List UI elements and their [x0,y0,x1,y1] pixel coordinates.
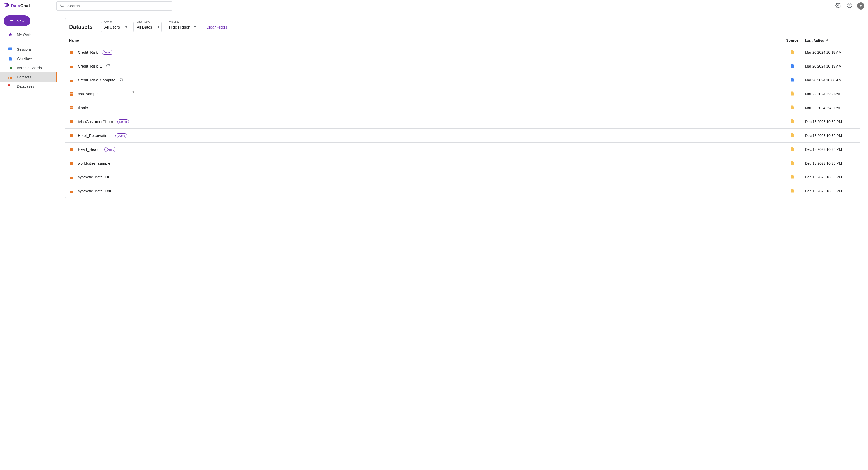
svg-rect-42 [69,134,73,135]
sidebar-item-insights[interactable]: Insights Boards [0,63,57,72]
filter-label: Owner [103,20,114,23]
sidebar-item-label: My Work [17,32,31,36]
card-header: Datasets Owner All Users ▾ Last Active A… [65,22,860,36]
user-avatar[interactable]: M [857,2,864,9]
dataset-icon [69,92,74,96]
cell-last-active: Mar 26 2024 10:13 AM [803,64,857,68]
dataset-icon [69,133,74,138]
file-icon [790,63,795,69]
svg-rect-45 [72,135,73,137]
file-icon [790,77,795,83]
sidebar-item-databases[interactable]: Databases [0,82,57,91]
column-name[interactable]: Name [69,38,782,42]
svg-rect-9 [10,67,11,69]
search-input[interactable] [67,3,169,8]
sidebar-item-datasets[interactable]: Datasets [0,72,57,82]
dataset-name: Hotel_Reservations [78,133,112,138]
table-row[interactable]: worldcities_sampleDec 18 2023 10:30 PM [65,156,860,170]
app-logo[interactable]: DataChat [4,2,57,9]
dataset-name: Credit_Risk_1 [78,64,102,68]
datasets-card: Datasets Owner All Users ▾ Last Active A… [65,18,860,198]
filter-value: All Users [104,25,120,29]
svg-rect-47 [69,149,70,151]
table-header: Name Source Last Active [65,36,860,46]
file-icon [790,188,795,194]
cell-last-active: Mar 22 2024 2:42 PM [803,92,857,96]
svg-rect-11 [8,76,12,76]
cell-last-active: Dec 18 2023 10:30 PM [803,175,857,179]
refresh-icon[interactable] [120,78,123,82]
table-row[interactable]: Hotel_ReservationsDemoDec 18 2023 10:30 … [65,129,860,143]
global-search[interactable] [57,1,173,10]
file-icon [790,174,795,180]
filter-owner[interactable]: Owner All Users ▾ [101,22,129,32]
table-row[interactable]: telcoCustomerChurnDemoDec 18 2023 10:30 … [65,115,860,129]
star-icon [8,32,13,37]
cell-source [782,147,803,152]
chevron-down-icon: ▾ [158,25,159,29]
dataset-icon [69,50,74,55]
gear-icon [835,3,841,9]
sidebar-item-sessions[interactable]: Sessions [0,45,57,54]
file-icon [790,133,795,138]
dataset-name: Credit_Risk [78,50,98,54]
demo-badge: Demo [102,50,114,55]
svg-rect-34 [69,106,73,107]
svg-rect-55 [69,177,70,179]
svg-rect-48 [71,149,72,151]
svg-rect-39 [69,121,70,123]
file-icon [790,160,795,166]
sidebar: New My Work Sessions Workflows Insight [0,12,58,470]
svg-rect-14 [11,77,12,79]
cell-name: titanic [69,106,782,110]
svg-rect-41 [72,121,73,123]
clear-filters-link[interactable]: Clear Filters [206,25,227,29]
new-button-label: New [17,19,24,23]
search-icon [60,3,64,8]
new-button[interactable]: New [4,16,30,26]
help-button[interactable] [846,2,853,9]
logo-mark-icon [4,2,9,9]
table-row[interactable]: synthetic_data_1KDec 18 2023 10:30 PM [65,170,860,184]
cell-name: synthetic_data_10K [69,189,782,194]
sidebar-item-my-work[interactable]: My Work [0,30,57,39]
filter-visibility[interactable]: Visibility Hide Hidden ▾ [166,22,198,32]
svg-rect-35 [69,107,70,110]
sidebar-item-workflows[interactable]: Workflows [0,54,57,63]
table-row[interactable]: Heart_HealthDemoDec 18 2023 10:30 PM [65,143,860,156]
help-icon [847,3,852,9]
table-row[interactable]: synthetic_data_10KDec 18 2023 10:30 PM [65,184,860,198]
table-row[interactable]: Credit_Risk_1Mar 26 2024 10:13 AM [65,59,860,73]
table-row[interactable]: Credit_Risk_ComputeMar 26 2024 10:06 AM [65,73,860,87]
cell-last-active: Dec 18 2023 10:30 PM [803,134,857,138]
cell-source [782,188,803,194]
settings-button[interactable] [835,2,842,9]
table-row[interactable]: Credit_RiskDemoMar 26 2024 10:18 AM [65,46,860,59]
file-icon [790,105,795,111]
cell-source [782,174,803,180]
svg-point-2 [837,5,839,6]
column-source[interactable]: Source [782,38,803,42]
dataset-name: synthetic_data_10K [78,189,112,193]
cell-source [782,160,803,166]
filter-value: Hide Hidden [169,25,190,29]
table-row[interactable]: sba_sampleMar 22 2024 2:42 PM [65,87,860,101]
dataset-icon [69,64,74,68]
table-row[interactable]: titanicMar 22 2024 2:42 PM [65,101,860,115]
cell-name: worldcities_sample [69,161,782,166]
dataset-icon [69,78,74,83]
svg-rect-33 [72,93,73,95]
refresh-icon[interactable] [106,64,110,68]
plus-icon [9,18,14,24]
filter-last-active[interactable]: Last Active All Dates ▾ [133,22,162,32]
svg-rect-38 [69,120,73,121]
svg-rect-13 [10,77,11,79]
cell-source [782,119,803,124]
dataset-name: sba_sample [78,92,98,96]
cell-name: telcoCustomerChurnDemo [69,119,782,124]
dataset-name: worldcities_sample [78,161,111,166]
cell-last-active: Mar 26 2024 10:06 AM [803,78,857,82]
svg-rect-43 [69,135,70,137]
column-last-active[interactable]: Last Active [803,38,857,42]
svg-point-3 [847,3,852,8]
